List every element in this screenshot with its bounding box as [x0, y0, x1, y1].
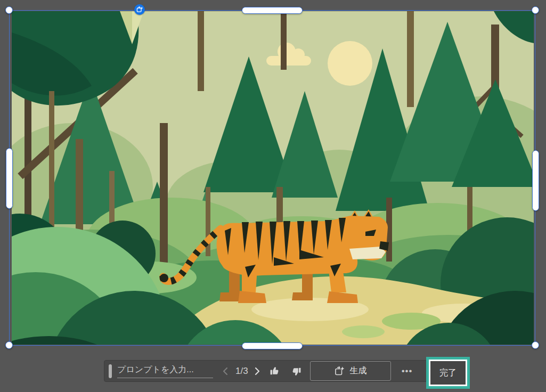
editor-canvas: プロンプトを入力... 1/3	[0, 0, 546, 392]
done-button[interactable]: 完了	[430, 361, 466, 385]
taskbar-drag-grip[interactable]	[109, 364, 112, 378]
generate-image-icon	[136, 6, 143, 13]
handle-top-left[interactable]	[5, 6, 13, 14]
variation-counter: 1/3	[235, 366, 248, 377]
generate-image-badge[interactable]	[134, 4, 145, 15]
contextual-taskbar: プロンプトを入力... 1/3	[104, 360, 466, 382]
forest-scene	[12, 11, 534, 345]
previous-variation-button[interactable]	[223, 367, 228, 375]
handle-top[interactable]	[242, 7, 303, 14]
handle-bottom[interactable]	[242, 342, 303, 349]
handle-right[interactable]	[532, 150, 539, 211]
handle-bottom-left[interactable]	[5, 341, 13, 349]
handle-top-right[interactable]	[532, 6, 539, 14]
chevron-left-icon	[223, 367, 228, 375]
handle-bottom-right[interactable]	[532, 341, 539, 349]
generate-button-label: 生成	[349, 365, 366, 377]
done-button-highlight: 完了	[426, 357, 470, 389]
generated-image[interactable]	[12, 11, 534, 345]
next-variation-button[interactable]	[255, 367, 260, 375]
sun	[328, 41, 372, 86]
thumbs-down-button[interactable]	[290, 366, 301, 377]
prompt-input[interactable]: プロンプトを入力...	[117, 364, 213, 378]
handle-left[interactable]	[6, 148, 13, 209]
done-button-highlight-inner: 完了	[429, 360, 467, 386]
chevron-right-icon	[255, 367, 260, 375]
generate-button[interactable]: 生成	[310, 361, 391, 381]
thumbs-up-icon	[270, 366, 281, 377]
generate-image-icon	[334, 366, 345, 377]
thumbs-up-button[interactable]	[270, 366, 281, 377]
thumbs-down-icon	[290, 366, 301, 377]
more-options-button[interactable]: •••	[398, 365, 416, 377]
